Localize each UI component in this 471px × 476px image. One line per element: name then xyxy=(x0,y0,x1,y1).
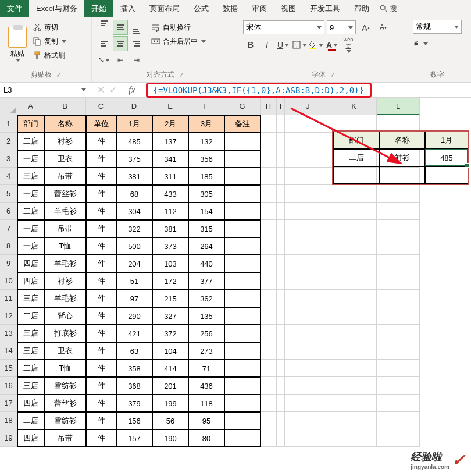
cell-A10[interactable]: 四店 xyxy=(17,272,44,290)
menu-data[interactable]: 数据 xyxy=(216,0,245,17)
lookup-value-dept[interactable]: 二店 xyxy=(333,149,380,166)
cell-L18[interactable] xyxy=(377,412,420,429)
cell-K19[interactable] xyxy=(331,429,377,447)
cell-G17[interactable] xyxy=(224,395,261,412)
cell-G2[interactable] xyxy=(224,133,261,150)
cell-L7[interactable] xyxy=(377,220,420,237)
cell-I17[interactable] xyxy=(277,395,285,412)
cell-I15[interactable] xyxy=(277,360,285,377)
fx-button[interactable]: fx xyxy=(129,85,135,95)
cancel-formula-button[interactable]: ✕ xyxy=(97,84,105,95)
lookup-result-cell[interactable]: 485 xyxy=(425,149,468,166)
cell-H18[interactable] xyxy=(261,412,277,429)
cell-E4[interactable]: 311 xyxy=(152,168,188,185)
cell-D15[interactable]: 358 xyxy=(116,360,152,377)
merge-center-button[interactable]: 合并后居中 xyxy=(151,35,206,48)
cell-E11[interactable]: 215 xyxy=(152,290,188,307)
cell-J10[interactable] xyxy=(285,272,331,290)
cell-C12[interactable]: 件 xyxy=(86,307,116,325)
cell-C9[interactable]: 件 xyxy=(86,255,116,272)
align-middle-button[interactable] xyxy=(113,20,128,35)
cell-F19[interactable]: 80 xyxy=(188,429,224,447)
cell-H5[interactable] xyxy=(261,185,277,203)
cell-K7[interactable] xyxy=(331,220,377,237)
cell-G8[interactable] xyxy=(224,237,261,255)
cell-E2[interactable]: 137 xyxy=(152,133,188,150)
cell-K5[interactable] xyxy=(331,185,377,203)
orientation-button[interactable]: ⤡ xyxy=(97,52,112,68)
accounting-format-button[interactable]: ¥ xyxy=(413,36,428,51)
cell-J15[interactable] xyxy=(285,360,331,377)
align-bottom-button[interactable] xyxy=(129,20,144,35)
cell-A16[interactable]: 三店 xyxy=(17,377,44,395)
cell-A8[interactable]: 一店 xyxy=(17,237,44,255)
row-header-3[interactable]: 3 xyxy=(0,150,17,168)
cell-I16[interactable] xyxy=(277,377,285,395)
menu-excel-finance[interactable]: Excel与财务 xyxy=(29,0,84,17)
menu-developer[interactable]: 开发工具 xyxy=(303,0,347,17)
column-header-H[interactable]: H xyxy=(261,98,277,115)
bold-button[interactable]: B xyxy=(243,37,258,52)
lookup-value-name[interactable]: 衬衫 xyxy=(380,149,425,166)
cell-E16[interactable]: 201 xyxy=(152,377,188,395)
cell-I6[interactable] xyxy=(277,203,285,220)
cell-K12[interactable] xyxy=(331,307,377,325)
cell-H7[interactable] xyxy=(261,220,277,237)
cell-I2[interactable] xyxy=(277,133,285,150)
row-header-4[interactable]: 4 xyxy=(0,168,17,185)
cell-D18[interactable]: 156 xyxy=(116,412,152,429)
cell-F15[interactable]: 71 xyxy=(188,360,224,377)
column-header-G[interactable]: G xyxy=(224,98,261,115)
row-header-2[interactable]: 2 xyxy=(0,133,17,150)
menu-help[interactable]: 帮助 xyxy=(347,0,376,17)
cell-G14[interactable] xyxy=(224,342,261,360)
cell-F16[interactable]: 436 xyxy=(188,377,224,395)
cell-E5[interactable]: 433 xyxy=(152,185,188,203)
cell-L13[interactable] xyxy=(377,325,420,342)
cell-G19[interactable] xyxy=(224,429,261,447)
enter-formula-button[interactable]: ✓ xyxy=(109,84,117,95)
row-header-1[interactable]: 1 xyxy=(0,115,17,133)
cell-E17[interactable]: 199 xyxy=(152,395,188,412)
cell-C15[interactable]: 件 xyxy=(86,360,116,377)
cell-I9[interactable] xyxy=(277,255,285,272)
font-name-select[interactable]: 宋体 xyxy=(243,20,324,34)
cell-B9[interactable]: 羊毛衫 xyxy=(44,255,86,272)
menu-file[interactable]: 文件 xyxy=(0,0,29,17)
column-header-K[interactable]: K xyxy=(331,98,377,115)
cell-G10[interactable] xyxy=(224,272,261,290)
menu-formulas[interactable]: 公式 xyxy=(187,0,216,17)
cell-L8[interactable] xyxy=(377,237,420,255)
cell-C16[interactable]: 件 xyxy=(86,377,116,395)
cell-I11[interactable] xyxy=(277,290,285,307)
cell-J7[interactable] xyxy=(285,220,331,237)
cell-F9[interactable]: 440 xyxy=(188,255,224,272)
cell-H12[interactable] xyxy=(261,307,277,325)
cell-J5[interactable] xyxy=(285,185,331,203)
cell-H19[interactable] xyxy=(261,429,277,447)
cell-E7[interactable]: 381 xyxy=(152,220,188,237)
format-painter-button[interactable]: 格式刷 xyxy=(33,49,66,62)
cell-J17[interactable] xyxy=(285,395,331,412)
cell-B14[interactable]: 卫衣 xyxy=(44,342,86,360)
cell-F14[interactable]: 273 xyxy=(188,342,224,360)
cell-G12[interactable] xyxy=(224,307,261,325)
cell-A13[interactable]: 三店 xyxy=(17,325,44,342)
cell-E10[interactable]: 172 xyxy=(152,272,188,290)
cell-A19[interactable]: 四店 xyxy=(17,429,44,447)
cell-G4[interactable] xyxy=(224,168,261,185)
cell-A14[interactable]: 三店 xyxy=(17,342,44,360)
cell-A1[interactable]: 部门 xyxy=(17,115,44,133)
cell-I18[interactable] xyxy=(277,412,285,429)
cell-E19[interactable]: 190 xyxy=(152,429,188,447)
row-header-8[interactable]: 8 xyxy=(0,237,17,255)
cell-K9[interactable] xyxy=(331,255,377,272)
cell-K17[interactable] xyxy=(331,395,377,412)
cell-H9[interactable] xyxy=(261,255,277,272)
cell-J9[interactable] xyxy=(285,255,331,272)
cell-K15[interactable] xyxy=(331,360,377,377)
cell-C1[interactable]: 单位 xyxy=(86,115,116,133)
cell-B2[interactable]: 衬衫 xyxy=(44,133,86,150)
cell-G7[interactable] xyxy=(224,220,261,237)
cell-J6[interactable] xyxy=(285,203,331,220)
